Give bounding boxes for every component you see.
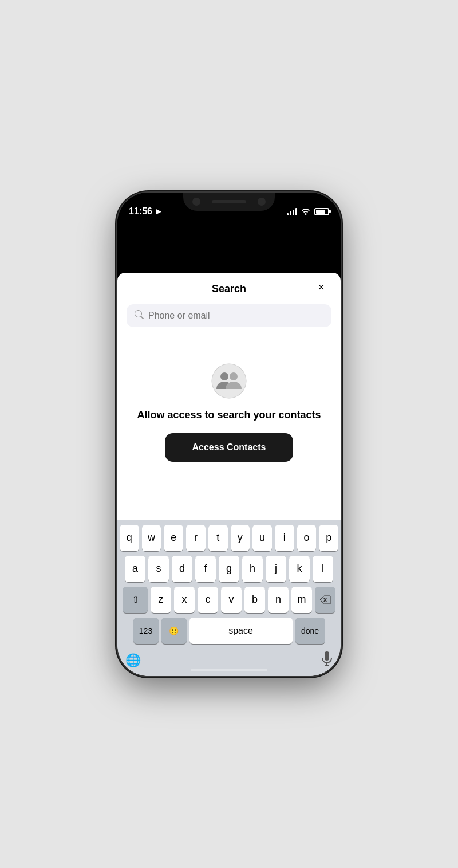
mic-icon[interactable] [321, 651, 333, 670]
wifi-icon [301, 207, 311, 217]
key-g[interactable]: g [219, 556, 239, 582]
modal-content: Allow access to search your contacts Acc… [117, 334, 341, 520]
space-key[interactable]: space [189, 618, 293, 644]
key-v[interactable]: v [221, 587, 242, 613]
signal-bar-2 [290, 211, 291, 215]
signal-icon [287, 207, 297, 215]
backspace-key[interactable] [315, 587, 335, 613]
location-icon: ▶ [156, 207, 161, 215]
key-d[interactable]: d [172, 556, 192, 582]
allow-access-text: Allow access to search your contacts [120, 409, 338, 422]
front-camera [192, 198, 200, 206]
keyboard-row-4: 123 🙂 space done [120, 618, 338, 644]
notch [183, 193, 275, 211]
key-a[interactable]: a [125, 556, 145, 582]
svg-rect-3 [325, 651, 329, 661]
key-m[interactable]: m [291, 587, 312, 613]
key-q[interactable]: q [120, 525, 139, 551]
modal-header: Search × [117, 273, 341, 302]
search-input[interactable] [148, 311, 323, 321]
key-f[interactable]: f [195, 556, 216, 582]
close-button[interactable]: × [312, 278, 330, 296]
key-w[interactable]: w [142, 525, 161, 551]
done-label: done [301, 626, 319, 635]
key-y[interactable]: y [231, 525, 250, 551]
key-o[interactable]: o [297, 525, 317, 551]
svg-point-0 [212, 364, 246, 398]
search-icon [135, 310, 144, 321]
space-label: space [228, 626, 253, 636]
svg-point-1 [220, 372, 228, 380]
screen: 11:56 ▶ [117, 193, 341, 676]
face-id-dot [258, 198, 266, 206]
search-container [117, 302, 341, 334]
key-h[interactable]: h [242, 556, 263, 582]
key-n[interactable]: n [268, 587, 289, 613]
battery-icon [314, 208, 329, 215]
signal-bar-1 [287, 213, 289, 215]
keyboard-row-1: q w e r t y u i o p [120, 525, 338, 551]
keyboard: q w e r t y u i o p a s d f g [117, 520, 341, 676]
modal-sheet: Search × [117, 273, 341, 676]
shift-key[interactable]: ⇧ [123, 587, 148, 613]
done-key[interactable]: done [295, 618, 325, 644]
key-i[interactable]: i [275, 525, 294, 551]
time-text: 11:56 [129, 206, 152, 217]
number-key[interactable]: 123 [133, 618, 159, 644]
key-p[interactable]: p [319, 525, 338, 551]
key-u[interactable]: u [252, 525, 272, 551]
battery-fill [316, 210, 325, 214]
emoji-key[interactable]: 🙂 [161, 618, 187, 644]
home-indicator [191, 669, 267, 671]
svg-point-2 [230, 372, 238, 380]
num-label: 123 [139, 626, 152, 635]
time-display: 11:56 ▶ [129, 206, 161, 217]
key-z[interactable]: z [151, 587, 171, 613]
search-input-wrapper[interactable] [127, 304, 331, 327]
status-icons [287, 207, 329, 217]
contacts-icon [211, 363, 247, 399]
key-r[interactable]: r [186, 525, 206, 551]
signal-bar-4 [295, 208, 297, 215]
key-k[interactable]: k [289, 556, 310, 582]
globe-icon[interactable]: 🌐 [125, 653, 141, 668]
modal-title: Search [212, 283, 246, 295]
signal-bar-3 [293, 210, 294, 215]
key-s[interactable]: s [148, 556, 169, 582]
phone-frame: 11:56 ▶ [117, 193, 341, 676]
key-t[interactable]: t [208, 525, 228, 551]
key-j[interactable]: j [266, 556, 286, 582]
keyboard-row-2: a s d f g h j k l [120, 556, 338, 582]
access-contacts-button[interactable]: Access Contacts [165, 433, 294, 462]
key-c[interactable]: c [198, 587, 218, 613]
earpiece [212, 200, 246, 203]
keyboard-row-3: ⇧ z x c v b n m [120, 587, 338, 613]
key-b[interactable]: b [244, 587, 265, 613]
key-x[interactable]: x [174, 587, 195, 613]
key-l[interactable]: l [313, 556, 333, 582]
key-e[interactable]: e [164, 525, 183, 551]
